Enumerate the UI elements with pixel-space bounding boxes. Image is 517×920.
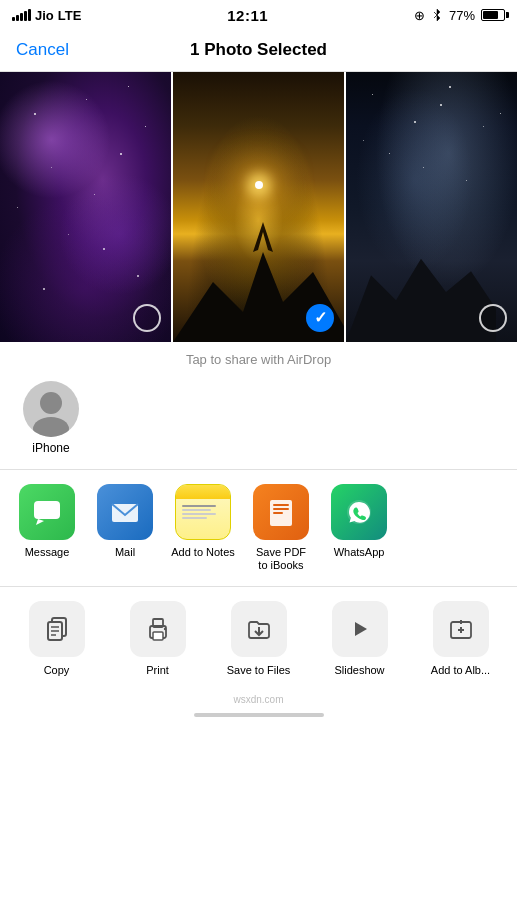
signal-bars bbox=[12, 9, 31, 21]
photo-strip: ✓ bbox=[0, 72, 517, 342]
add-to-album-icon-box bbox=[433, 601, 489, 657]
battery-percent: 77% bbox=[449, 8, 475, 23]
bottom-bar bbox=[0, 707, 517, 727]
copy-action-label: Copy bbox=[44, 663, 70, 677]
status-left: Jio LTE bbox=[12, 8, 81, 23]
app-item-mail[interactable]: Mail bbox=[90, 484, 160, 572]
svg-rect-10 bbox=[273, 508, 289, 510]
action-item-save-to-files[interactable]: Save to Files bbox=[210, 601, 307, 677]
action-item-slideshow[interactable]: Slideshow bbox=[311, 601, 408, 677]
svg-rect-9 bbox=[273, 504, 289, 506]
page-title: 1 Photo Selected bbox=[190, 40, 327, 60]
message-app-label: Message bbox=[25, 546, 70, 559]
svg-point-21 bbox=[163, 628, 165, 630]
app-item-notes[interactable]: Add to Notes bbox=[168, 484, 238, 572]
save-to-files-icon-box bbox=[231, 601, 287, 657]
avatar bbox=[23, 381, 79, 437]
message-icon bbox=[30, 495, 64, 529]
print-action-label: Print bbox=[146, 663, 169, 677]
action-item-add-to-album[interactable]: Add to Alb... bbox=[412, 601, 509, 677]
add-to-album-icon bbox=[446, 614, 476, 644]
whatsapp-app-icon bbox=[331, 484, 387, 540]
message-app-icon bbox=[19, 484, 75, 540]
airdrop-person-label: iPhone bbox=[32, 441, 69, 455]
save-to-files-label: Save to Files bbox=[227, 663, 291, 677]
mail-app-icon bbox=[97, 484, 153, 540]
ibooks-app-label: Save PDF to iBooks bbox=[256, 546, 306, 572]
status-bar: Jio LTE 12:11 ⊕ 77% bbox=[0, 0, 517, 28]
carrier-label: Jio bbox=[35, 8, 54, 23]
action-row: Copy Print Save to Files bbox=[0, 587, 517, 691]
mail-app-label: Mail bbox=[115, 546, 135, 559]
svg-point-4 bbox=[33, 417, 69, 437]
svg-marker-23 bbox=[355, 622, 367, 636]
photo-item-1[interactable] bbox=[0, 72, 171, 342]
notes-app-label: Add to Notes bbox=[171, 546, 235, 559]
app-item-ibooks[interactable]: Save PDF to iBooks bbox=[246, 484, 316, 572]
notes-app-icon bbox=[175, 484, 231, 540]
watermark: wsxdn.com bbox=[0, 692, 517, 707]
milkyway-mountain bbox=[346, 242, 496, 342]
ibooks-icon bbox=[264, 495, 298, 529]
svg-marker-1 bbox=[253, 222, 273, 252]
svg-rect-5 bbox=[34, 501, 60, 519]
slideshow-icon-box bbox=[332, 601, 388, 657]
battery-icon bbox=[481, 9, 505, 21]
home-indicator bbox=[194, 713, 324, 717]
svg-rect-11 bbox=[273, 512, 283, 514]
whatsapp-app-label: WhatsApp bbox=[334, 546, 385, 559]
airdrop-person-iphone[interactable]: iPhone bbox=[16, 381, 86, 455]
status-right: ⊕ 77% bbox=[414, 8, 505, 23]
photo-selection-2[interactable]: ✓ bbox=[306, 304, 334, 332]
airdrop-prompt: Tap to share with AirDrop bbox=[0, 352, 517, 367]
slideshow-action-label: Slideshow bbox=[334, 663, 384, 677]
save-to-files-icon bbox=[244, 614, 274, 644]
print-icon bbox=[143, 614, 173, 644]
photo-selection-1[interactable] bbox=[133, 304, 161, 332]
mail-icon bbox=[108, 495, 142, 529]
svg-marker-2 bbox=[346, 259, 496, 342]
action-item-print[interactable]: Print bbox=[109, 601, 206, 677]
print-icon-box bbox=[130, 601, 186, 657]
app-item-message[interactable]: Message bbox=[12, 484, 82, 572]
svg-marker-6 bbox=[36, 519, 44, 525]
status-time: 12:11 bbox=[227, 7, 268, 24]
photo-item-3[interactable] bbox=[344, 72, 517, 342]
ibooks-app-icon bbox=[253, 484, 309, 540]
location-icon: ⊕ bbox=[414, 8, 425, 23]
airdrop-avatars: iPhone bbox=[0, 377, 517, 463]
app-item-whatsapp[interactable]: WhatsApp bbox=[324, 484, 394, 572]
copy-icon-box bbox=[29, 601, 85, 657]
whatsapp-icon bbox=[342, 495, 376, 529]
svg-point-3 bbox=[40, 392, 62, 414]
cancel-button[interactable]: Cancel bbox=[16, 40, 69, 60]
photo-item-2[interactable]: ✓ bbox=[171, 72, 344, 342]
add-to-album-label: Add to Alb... bbox=[431, 663, 490, 677]
share-apps-row: Message Mail Add to Notes bbox=[0, 470, 517, 587]
bluetooth-icon bbox=[431, 8, 443, 22]
slideshow-icon bbox=[345, 614, 375, 644]
header: Cancel 1 Photo Selected bbox=[0, 28, 517, 72]
copy-icon bbox=[42, 614, 72, 644]
checkmark-icon: ✓ bbox=[314, 310, 327, 326]
svg-rect-19 bbox=[153, 632, 163, 640]
photo-selection-3[interactable] bbox=[479, 304, 507, 332]
network-label: LTE bbox=[58, 8, 82, 23]
airdrop-section: Tap to share with AirDrop iPhone bbox=[0, 342, 517, 470]
action-item-copy[interactable]: Copy bbox=[8, 601, 105, 677]
person-icon bbox=[23, 381, 79, 437]
